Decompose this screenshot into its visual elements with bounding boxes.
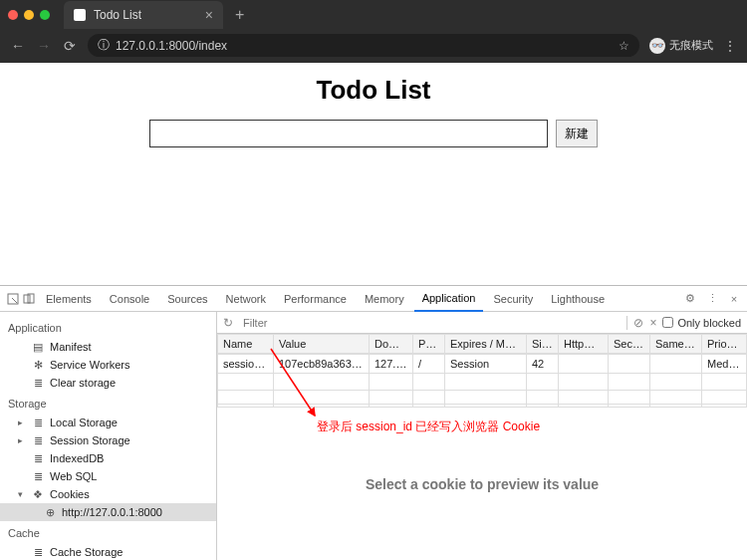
col-name[interactable]: Name bbox=[218, 335, 274, 354]
inspect-icon[interactable] bbox=[6, 293, 20, 305]
minimize-window-icon[interactable] bbox=[24, 10, 34, 20]
block-icon[interactable]: ⊘ bbox=[633, 316, 643, 330]
db-icon: ≣ bbox=[32, 434, 44, 446]
cell-expires: Session bbox=[445, 355, 527, 374]
table-row[interactable]: session_id107ecb89a3634c40...127.0.../Se… bbox=[218, 355, 747, 374]
cookie-icon: ❖ bbox=[32, 488, 44, 500]
back-button[interactable]: ← bbox=[10, 38, 26, 54]
col-value[interactable]: Value bbox=[274, 335, 370, 354]
db-icon: ≣ bbox=[32, 546, 44, 558]
col-size[interactable]: Size bbox=[527, 335, 559, 354]
browser-menu-icon[interactable]: ⋮ bbox=[723, 38, 737, 54]
cell-domain: 127.0... bbox=[370, 355, 413, 374]
cell-samesite bbox=[650, 355, 702, 374]
db-icon: ≣ bbox=[32, 470, 44, 482]
cell-size: 42 bbox=[527, 355, 559, 374]
only-blocked-checkbox[interactable] bbox=[662, 317, 673, 328]
cell-secure bbox=[609, 355, 650, 374]
refresh-icon[interactable]: ↻ bbox=[223, 316, 233, 330]
sidebar-item-cookies[interactable]: ▾❖Cookies bbox=[0, 485, 216, 503]
sidebar-item-cookie-origin[interactable]: ⊕http://127.0.0.1:8000 bbox=[0, 503, 216, 521]
sidebar-item-web-sql[interactable]: ≣Web SQL bbox=[0, 467, 216, 485]
sidebar-item-clear-storage[interactable]: ≣Clear storage bbox=[0, 374, 216, 392]
col-expires-max-age[interactable]: Expires / Max-Age bbox=[445, 335, 527, 354]
cookie-table: NameValueDomainPathExpires / Max-AgeSize… bbox=[217, 334, 747, 354]
sidebar-item-indexeddb[interactable]: ≣IndexedDB bbox=[0, 449, 216, 467]
col-domain[interactable]: Domain bbox=[370, 335, 413, 354]
incognito-icon: 👓 bbox=[649, 38, 665, 54]
devtools-tab-elements[interactable]: Elements bbox=[38, 287, 100, 311]
incognito-indicator: 👓 无痕模式 bbox=[649, 38, 713, 54]
col-priority[interactable]: Priority bbox=[702, 335, 747, 354]
sidebar-section-application: Application bbox=[0, 316, 216, 338]
close-devtools-icon[interactable]: × bbox=[727, 293, 741, 305]
todo-input[interactable] bbox=[149, 120, 548, 147]
devtools-tab-lighthouse[interactable]: Lighthouse bbox=[543, 287, 613, 311]
sidebar-item-service-workers[interactable]: ✻Service Workers bbox=[0, 356, 216, 374]
cookie-toolbar: ↻ ⊘ × Only blocked bbox=[217, 312, 747, 334]
site-info-icon[interactable]: ⓘ bbox=[98, 37, 110, 54]
reload-button[interactable]: ⟳ bbox=[62, 38, 78, 54]
tab-favicon-icon bbox=[74, 9, 86, 21]
gear-icon: ✻ bbox=[32, 359, 44, 371]
bookmark-icon[interactable]: ☆ bbox=[619, 39, 629, 53]
cell-value: 107ecb89a3634c40... bbox=[274, 355, 370, 374]
only-blocked-label: Only blocked bbox=[677, 317, 741, 329]
application-sidebar: Application▤Manifest✻Service Workers≣Cle… bbox=[0, 312, 217, 560]
preview-placeholder: Select a cookie to preview its value bbox=[366, 476, 599, 492]
create-button[interactable]: 新建 bbox=[556, 120, 598, 147]
cell-name: session_id bbox=[218, 355, 274, 374]
window-controls bbox=[8, 10, 50, 20]
col-httponly[interactable]: HttpOnly bbox=[559, 335, 609, 354]
globe-icon: ⊕ bbox=[44, 506, 56, 518]
devtools: ElementsConsoleSourcesNetworkPerformance… bbox=[0, 285, 747, 560]
devtools-tab-console[interactable]: Console bbox=[102, 287, 157, 311]
cell-path: / bbox=[413, 355, 445, 374]
device-icon[interactable] bbox=[22, 293, 36, 305]
address-bar-row: ← → ⟳ ⓘ 127.0.0.1:8000/index ☆ 👓 无痕模式 ⋮ bbox=[0, 30, 747, 63]
new-tab-button[interactable]: + bbox=[229, 6, 250, 24]
devtools-tab-network[interactable]: Network bbox=[218, 287, 274, 311]
tab-title: Todo List bbox=[94, 8, 141, 22]
db-icon: ≣ bbox=[32, 417, 44, 428]
devtools-tab-application[interactable]: Application bbox=[414, 286, 484, 312]
cookie-filter-input[interactable] bbox=[239, 315, 621, 331]
file-icon: ▤ bbox=[32, 341, 44, 353]
cell-httponly bbox=[559, 355, 609, 374]
todo-form: 新建 bbox=[0, 120, 747, 147]
devtools-body: Application▤Manifest✻Service Workers≣Cle… bbox=[0, 312, 747, 560]
sidebar-section-storage: Storage bbox=[0, 392, 216, 414]
more-icon[interactable]: ⋮ bbox=[705, 293, 719, 305]
devtools-tab-memory[interactable]: Memory bbox=[357, 287, 412, 311]
devtools-tab-security[interactable]: Security bbox=[485, 287, 541, 311]
devtools-tab-sources[interactable]: Sources bbox=[159, 287, 215, 311]
url-bar[interactable]: ⓘ 127.0.0.1:8000/index ☆ bbox=[88, 34, 639, 57]
sidebar-item-session-storage[interactable]: ▸≣Session Storage bbox=[0, 431, 216, 449]
cookie-table-body: session_id107ecb89a3634c40...127.0.../Se… bbox=[217, 354, 747, 408]
devtools-tabbar: ElementsConsoleSourcesNetworkPerformance… bbox=[0, 286, 747, 312]
browser-tab[interactable]: Todo List × bbox=[64, 1, 223, 29]
close-window-icon[interactable] bbox=[8, 10, 18, 20]
sidebar-item-cache-storage[interactable]: ≣Cache Storage bbox=[0, 543, 216, 560]
sidebar-item-manifest[interactable]: ▤Manifest bbox=[0, 338, 216, 356]
cell-priority: Medium bbox=[702, 355, 747, 374]
col-secure[interactable]: Secure bbox=[609, 335, 650, 354]
maximize-window-icon[interactable] bbox=[40, 10, 50, 20]
cookie-preview: Select a cookie to preview its value bbox=[217, 404, 747, 560]
col-path[interactable]: Path bbox=[413, 335, 445, 354]
db-icon: ≣ bbox=[32, 377, 44, 389]
page-viewport: Todo List 新建 bbox=[0, 63, 747, 285]
close-tab-icon[interactable]: × bbox=[205, 7, 213, 23]
browser-chrome: Todo List × + ← → ⟳ ⓘ 127.0.0.1:8000/ind… bbox=[0, 0, 747, 63]
clear-icon[interactable]: × bbox=[649, 316, 656, 330]
sidebar-section-cache: Cache bbox=[0, 521, 216, 543]
sidebar-item-local-storage[interactable]: ▸≣Local Storage bbox=[0, 414, 216, 431]
col-samesite[interactable]: SameSite bbox=[650, 335, 702, 354]
settings-icon[interactable]: ⚙ bbox=[683, 293, 697, 305]
only-blocked-toggle[interactable]: Only blocked bbox=[662, 317, 741, 329]
devtools-tab-performance[interactable]: Performance bbox=[276, 287, 355, 311]
cookies-panel: ↻ ⊘ × Only blocked NameValueDomainPathEx… bbox=[217, 312, 747, 560]
table-row bbox=[218, 374, 747, 391]
forward-button[interactable]: → bbox=[36, 38, 52, 54]
page-title: Todo List bbox=[0, 75, 747, 106]
